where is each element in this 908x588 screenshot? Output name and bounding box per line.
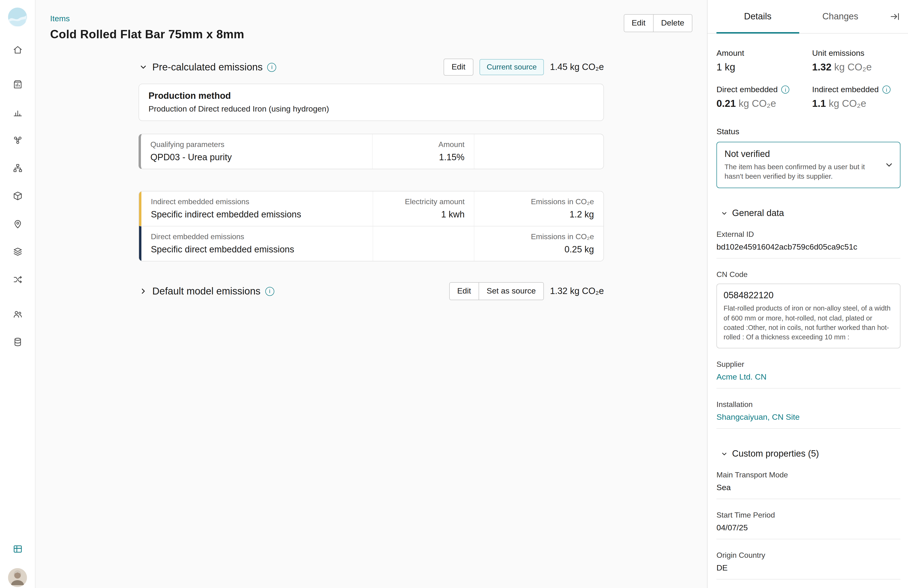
unit-emissions-stat: Unit emissions 1.32 kg CO₂e [812, 48, 900, 72]
chevron-right-icon[interactable] [138, 286, 148, 296]
transport-mode-label: Main Transport Mode [716, 471, 900, 480]
supplier-label: Supplier [716, 360, 900, 369]
emission-stats: Amount 1 kg Unit emissions 1.32 kg CO₂e … [716, 48, 900, 109]
custom-properties-toggle[interactable]: Custom properties (5) [716, 449, 900, 459]
sidebar-item-users[interactable] [11, 308, 24, 320]
chevron-down-icon [884, 160, 894, 170]
custom-field-transport: Main Transport Mode Sea [716, 471, 900, 500]
tab-details[interactable]: Details [716, 0, 799, 33]
amount-stat-label: Amount [716, 48, 812, 58]
direct-emissions-label: Emissions in CO₂e [484, 233, 594, 241]
avatar-image [8, 568, 27, 587]
details-panel: Details Changes Amount 1 kg Unit emissio… [707, 0, 908, 588]
edit-precalc-button[interactable]: Edit [444, 59, 473, 76]
edit-default-model-button[interactable]: Edit [449, 283, 478, 300]
chevron-down-icon [720, 209, 728, 217]
supplier-link[interactable]: Acme Ltd. CN [716, 373, 900, 382]
app-root: Items Cold Rolled Flat Bar 75mm x 8mm Ed… [0, 0, 908, 588]
indirect-embedded-label: Indirect embeddedi [812, 85, 900, 94]
electricity-amount-label: Electricity amount [382, 198, 465, 206]
app-logo[interactable] [8, 8, 27, 26]
cn-code-box: 0584822120 Flat-rolled products of iron … [716, 284, 900, 349]
general-data-toggle[interactable]: General data [716, 208, 900, 218]
production-method-card: Production method Production of Direct r… [138, 84, 604, 121]
info-icon[interactable]: i [267, 63, 277, 72]
info-icon[interactable]: i [882, 85, 890, 93]
status-select[interactable]: Not verified The item has been confirmed… [716, 141, 900, 188]
precalc-total: 1.45 kg CO₂e [550, 62, 604, 72]
edit-item-button[interactable]: Edit [624, 14, 653, 32]
amount-value: 1.15% [382, 152, 464, 162]
collapse-panel-icon[interactable] [882, 0, 908, 33]
info-icon[interactable]: i [781, 85, 789, 93]
logo-icon [8, 8, 27, 26]
sidebar-item-data[interactable] [11, 336, 24, 348]
custom-field-start-period: Start Time Period 04/07/25 [716, 511, 900, 540]
set-as-source-button[interactable]: Set as source [478, 283, 543, 300]
indirect-emissions-row: Indirect embedded emissions Specific ind… [139, 191, 604, 226]
origin-country-label: Origin Country [716, 551, 900, 560]
production-method-label: Production method [148, 91, 594, 101]
hierarchy-icon [12, 162, 23, 173]
panel-layout-icon [12, 543, 23, 554]
sidebar-item-flows[interactable] [11, 273, 24, 286]
sidebar-item-home[interactable] [11, 43, 24, 56]
tab-changes[interactable]: Changes [799, 0, 882, 33]
custom-field-origin-country: Origin Country DE [716, 551, 900, 580]
installation-link[interactable]: Shangcaiyuan, CN Site [716, 413, 900, 423]
cn-code-field: CN Code 0584822120 Flat-rolled products … [716, 270, 900, 349]
cn-code-label: CN Code [716, 270, 900, 279]
item-actions: Edit Delete [623, 14, 692, 32]
indirect-label: Indirect embedded emissions [151, 198, 363, 206]
qualifying-parameters-value: QPD03 - Urea purity [150, 152, 363, 162]
current-source-badge: Current source [480, 59, 544, 75]
start-period-value: 04/07/25 [716, 524, 900, 533]
status-label: Status [716, 127, 900, 137]
sidebar-item-reports[interactable] [11, 78, 24, 90]
default-model-actions: Edit Set as source 1.32 kg CO₂e [449, 282, 604, 300]
installation-label: Installation [716, 401, 900, 409]
database-icon [12, 336, 23, 347]
indirect-embedded-number: 1.1 [812, 98, 826, 108]
qualifying-parameters-card: Qualifying parameters QPD03 - Urea purit… [138, 134, 604, 169]
precalc-title: Pre-calculated emissions [152, 61, 263, 73]
sidebar-nav [11, 43, 24, 348]
direct-embedded-label: Direct embeddedi [716, 85, 812, 94]
home-icon [12, 44, 23, 55]
direct-name: Direct embedded emissions Specific direc… [142, 227, 372, 261]
sidebar-item-items[interactable] [11, 190, 24, 202]
amount-stat: Amount 1 kg [716, 48, 812, 72]
molecule-icon [12, 135, 23, 145]
sidebar-item-layers[interactable] [11, 245, 24, 258]
direct-embedded-stat: Direct embeddedi 0.21 kg CO₂e [716, 85, 812, 109]
precalc-header: Pre-calculated emissions i Edit Current … [138, 58, 604, 76]
sidebar-item-layout[interactable] [11, 543, 24, 555]
qualifying-parameters-label: Qualifying parameters [150, 140, 363, 149]
sidebar-item-hierarchy[interactable] [11, 162, 24, 174]
breadcrumb[interactable]: Items [50, 14, 70, 24]
cn-code-value: 0584822120 [724, 290, 894, 300]
unit-emissions-unit: kg CO₂e [834, 61, 872, 72]
default-model-total: 1.32 kg CO₂e [550, 286, 604, 296]
sidebar-item-locations[interactable] [11, 217, 24, 230]
indirect-emissions-label: Emissions in CO₂e [484, 198, 594, 206]
info-icon[interactable]: i [265, 287, 274, 296]
sidebar-item-network[interactable] [11, 134, 24, 146]
qualifying-amount: Amount 1.15% [372, 134, 474, 169]
electricity-amount: Electricity amount 1 kwh [372, 191, 474, 226]
indirect-embedded-value: 1.1 kg CO₂e [812, 98, 900, 109]
users-icon [12, 308, 23, 319]
status-description: The item has been confirmed by a user bu… [724, 162, 879, 181]
sidebar-bottom [8, 543, 27, 588]
delete-item-button[interactable]: Delete [653, 14, 692, 32]
package-icon [12, 190, 23, 201]
location-pin-icon [12, 218, 23, 229]
cn-code-description: Flat-rolled products of iron or non-allo… [724, 304, 894, 342]
user-avatar[interactable] [8, 568, 27, 587]
empty-col [474, 134, 604, 169]
chevron-down-icon[interactable] [138, 63, 148, 72]
general-data-title: General data [732, 208, 784, 218]
external-id-field: External ID bd102e45916042acb759c6d05ca9… [716, 230, 900, 259]
transport-mode-value: Sea [716, 483, 900, 493]
sidebar-item-analytics[interactable] [11, 106, 24, 118]
